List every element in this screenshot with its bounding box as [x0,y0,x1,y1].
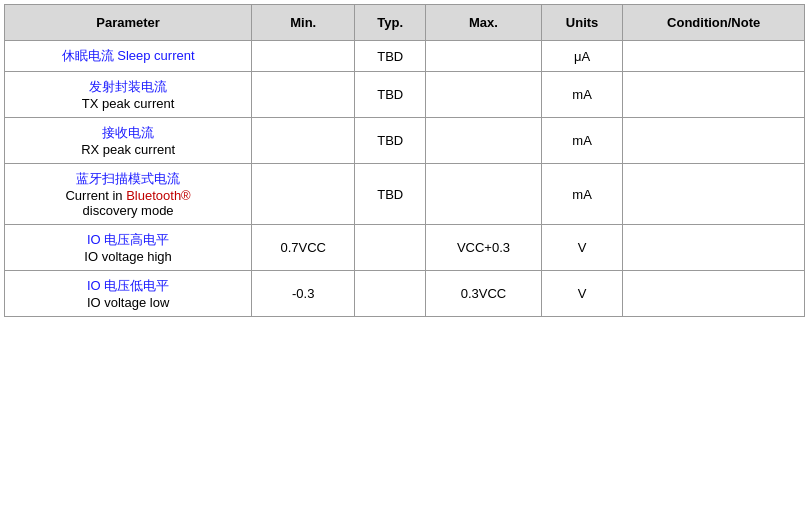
col-header-units: Units [541,5,623,41]
table-row: IO 电压低电平 IO voltage low -0.3 0.3VCC V [5,271,805,317]
max-io-high: VCC+0.3 [426,225,542,271]
param-english-line2: discovery mode [13,203,243,218]
table-row: 接收电流 RX peak current TBD mA [5,118,805,164]
param-io-low: IO 电压低电平 IO voltage low [5,271,252,317]
param-io-high: IO 电压高电平 IO voltage high [5,225,252,271]
condition-io-low [623,271,805,317]
param-english: TX peak current [13,96,243,111]
max-rx [426,118,542,164]
min-io-low: -0.3 [252,271,355,317]
max-tx [426,72,542,118]
table-row: 休眠电流 Sleep current TBD μA [5,41,805,72]
col-header-condition: Condition/Note [623,5,805,41]
min-tx [252,72,355,118]
param-chinese: IO 电压低电平 [13,277,243,295]
data-table: Parameter Min. Typ. Max. Units Condition… [4,4,805,317]
typ-tx: TBD [355,72,426,118]
condition-tx [623,72,805,118]
min-bluetooth [252,164,355,225]
condition-sleep [623,41,805,72]
col-header-min: Min. [252,5,355,41]
condition-io-high [623,225,805,271]
param-bluetooth: 蓝牙扫描模式电流 Current in Bluetooth® discovery… [5,164,252,225]
param-chinese: 蓝牙扫描模式电流 [13,170,243,188]
typ-rx: TBD [355,118,426,164]
units-bluetooth: mA [541,164,623,225]
param-sleep-current: 休眠电流 Sleep current [5,41,252,72]
header-row: Parameter Min. Typ. Max. Units Condition… [5,5,805,41]
param-chinese: 接收电流 [13,124,243,142]
param-chinese: 发射封装电流 [13,78,243,96]
table-row: IO 电压高电平 IO voltage high 0.7VCC VCC+0.3 … [5,225,805,271]
condition-bluetooth [623,164,805,225]
typ-bluetooth: TBD [355,164,426,225]
units-io-low: V [541,271,623,317]
param-english: IO voltage low [13,295,243,310]
param-tx-peak: 发射封装电流 TX peak current [5,72,252,118]
typ-io-low [355,271,426,317]
table-container: Parameter Min. Typ. Max. Units Condition… [0,0,809,321]
min-rx [252,118,355,164]
param-english: IO voltage high [13,249,243,264]
condition-rx [623,118,805,164]
min-io-high: 0.7VCC [252,225,355,271]
max-bluetooth [426,164,542,225]
typ-io-high [355,225,426,271]
units-io-high: V [541,225,623,271]
param-english-line1: Current in Bluetooth® [13,188,243,203]
units-rx: mA [541,118,623,164]
min-sleep [252,41,355,72]
typ-sleep: TBD [355,41,426,72]
max-io-low: 0.3VCC [426,271,542,317]
param-english: RX peak current [13,142,243,157]
units-sleep: μA [541,41,623,72]
table-row: 蓝牙扫描模式电流 Current in Bluetooth® discovery… [5,164,805,225]
bluetooth-brand: Bluetooth® [126,188,191,203]
param-rx-peak: 接收电流 RX peak current [5,118,252,164]
param-chinese: 休眠电流 Sleep current [13,47,243,65]
col-header-max: Max. [426,5,542,41]
param-chinese: IO 电压高电平 [13,231,243,249]
col-header-typ: Typ. [355,5,426,41]
max-sleep [426,41,542,72]
col-header-parameter: Parameter [5,5,252,41]
table-row: 发射封装电流 TX peak current TBD mA [5,72,805,118]
units-tx: mA [541,72,623,118]
